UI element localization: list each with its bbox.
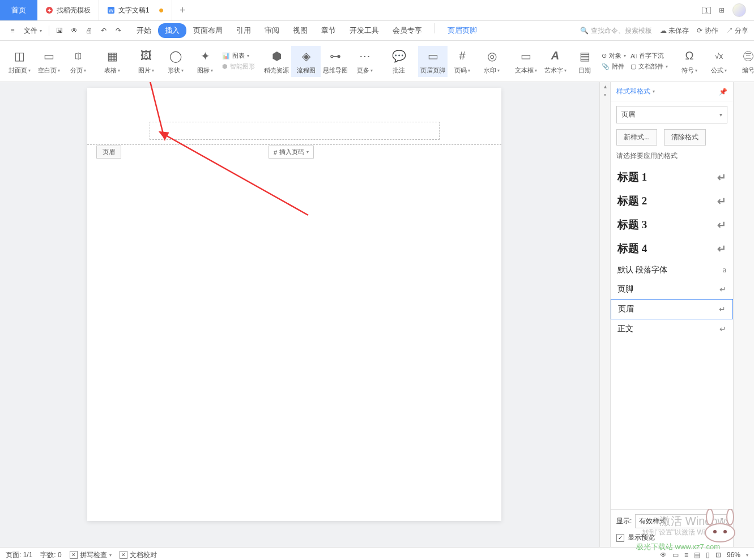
tab-document[interactable]: W 文字文稿1 ● <box>99 0 172 20</box>
style-item[interactable]: 页脚↵ <box>611 280 733 299</box>
ribbon-number[interactable]: ㊂编号 <box>734 46 754 77</box>
ribbon-dropcap[interactable]: Aͤ 首字下沉 <box>631 52 668 60</box>
view-read-icon[interactable]: ▯ <box>706 551 710 559</box>
style-item[interactable]: 页眉↵ <box>611 299 733 319</box>
collab-button[interactable]: ⟳ 协作 <box>697 26 718 36</box>
canvas[interactable]: 页眉 # 插入页码 ▾ ▴ • <box>0 82 610 547</box>
ribbon-wordart[interactable]: A艺术字▾ <box>540 46 570 77</box>
tab-member[interactable]: 会员专享 <box>386 23 429 38</box>
clear-format-button[interactable]: 清除格式 <box>664 129 706 146</box>
return-icon: a <box>723 266 726 275</box>
tab-insert[interactable]: 插入 <box>158 23 186 38</box>
avatar[interactable] <box>732 3 746 17</box>
menu-icon[interactable]: ≡ <box>6 24 19 37</box>
sparkle-icon: ✦ <box>197 48 213 64</box>
ribbon-blank[interactable]: ▭空白页▾ <box>34 46 63 77</box>
vertical-scrollbar[interactable]: ▴ • <box>599 82 610 547</box>
svg-text:W: W <box>109 8 114 14</box>
ribbon-watermark[interactable]: ◎水印▾ <box>477 46 506 77</box>
ribbon-cover[interactable]: ◫封面页▾ <box>5 46 34 77</box>
style-item[interactable]: 标题 1↵ <box>611 165 733 189</box>
unsaved-indicator[interactable]: ☁ 未保存 <box>660 26 689 36</box>
ribbon-object[interactable]: ⊙ 对象 ▾ <box>602 52 626 60</box>
view-web-icon[interactable]: ▤ <box>694 551 700 559</box>
tab-chapter[interactable]: 章节 <box>314 23 343 38</box>
ribbon-more[interactable]: ⋯更多▾ <box>350 46 380 77</box>
ribbon-equation[interactable]: √x公式▾ <box>704 46 734 77</box>
share-icon: ↗ <box>726 27 733 35</box>
file-label: 文件 <box>24 26 37 36</box>
pin-icon[interactable]: 📌 <box>719 88 727 96</box>
view-page-icon[interactable]: ▭ <box>672 551 679 559</box>
show-filter-select[interactable]: 有效样式 ▾ <box>635 514 727 528</box>
zoom-fit-icon[interactable]: ⊡ <box>715 551 721 559</box>
window-mode-icon[interactable]: 1 <box>702 7 711 14</box>
ribbon-date[interactable]: ▤日期 <box>570 46 599 77</box>
svg-text:✦: ✦ <box>47 7 52 14</box>
ribbon-symbol[interactable]: Ω符号▾ <box>675 46 704 77</box>
ribbon-chart[interactable]: 📊 图表 ▾ <box>222 52 255 60</box>
print-icon[interactable]: 🖨 <box>82 24 96 37</box>
ribbon: ◫封面页▾ ▭空白页▾ ⎅分页▾ ▦表格▾ 🖼图片▾ ◯形状▾ ✦图标▾ 📊 图… <box>0 41 754 82</box>
view-outline-icon[interactable]: ≡ <box>684 551 688 559</box>
panel-header[interactable]: 样式和格式 ▾ 📌 <box>611 82 733 101</box>
search-box[interactable]: 🔍 查找命令、搜索模板 <box>580 26 652 36</box>
tab-reference[interactable]: 引用 <box>229 23 258 38</box>
chevron-down-icon: ▾ <box>109 553 112 558</box>
save-icon[interactable]: 🖫 <box>53 24 66 37</box>
ribbon-comment[interactable]: 💬批注 <box>384 46 414 77</box>
ribbon-flowchart[interactable]: ◈流程图 <box>291 46 321 77</box>
status-proof[interactable]: ✕ 文档校对 <box>120 550 157 560</box>
grid-icon[interactable]: ⊞ <box>719 6 725 14</box>
tab-home[interactable]: 首页 <box>0 0 37 20</box>
ribbon-smartart[interactable]: ⬢ 智能图形 <box>222 62 255 71</box>
side-toolbar[interactable] <box>733 82 754 547</box>
new-style-button[interactable]: 新样式... <box>616 129 657 146</box>
document-page[interactable]: 页眉 # 插入页码 ▾ <box>87 88 501 521</box>
zoom-value[interactable]: 96% <box>727 551 740 559</box>
style-item[interactable]: 标题 2↵ <box>611 189 733 213</box>
tab-templates[interactable]: ✦ 找稻壳模板 <box>37 0 99 20</box>
scroll-up-icon[interactable]: ▴ <box>600 82 610 91</box>
eye-icon[interactable]: 👁 <box>660 551 667 559</box>
menubar: ≡ 文件 ▾ 🖫 👁 🖨 ↶ ↷ 开始 插入 页面布局 引用 审阅 视图 章节 … <box>0 21 754 41</box>
status-spellcheck[interactable]: ✕ 拼写检查 ▾ <box>70 550 112 560</box>
ribbon-docparts[interactable]: ▢ 文档部件 ▾ <box>631 62 668 71</box>
resource-icon: ⬢ <box>269 48 284 64</box>
ribbon-headerfooter[interactable]: ▭页眉页脚 <box>418 46 448 77</box>
status-page[interactable]: 页面: 1/1 <box>6 550 32 560</box>
style-item-label: 正文 <box>617 324 633 334</box>
tab-add[interactable]: + <box>172 0 193 20</box>
ribbon-textbox[interactable]: ▭文本框▾ <box>511 46 540 77</box>
style-item[interactable]: 标题 4↵ <box>611 237 733 260</box>
ribbon-attachment[interactable]: 📎 附件 <box>602 62 626 71</box>
ribbon-resource[interactable]: ⬢稻壳资源 <box>262 46 291 77</box>
preview-checkbox[interactable]: ✓ <box>616 534 624 542</box>
style-item[interactable]: 默认 段落字体a <box>611 260 733 280</box>
ribbon-icon-btn[interactable]: ✦图标▾ <box>190 46 220 77</box>
share-button[interactable]: ↗ 分享 <box>726 26 748 36</box>
flowchart-icon: ◈ <box>298 48 314 64</box>
tab-layout[interactable]: 页面布局 <box>186 23 229 38</box>
tab-start[interactable]: 开始 <box>130 23 158 38</box>
ribbon-table[interactable]: ▦表格▾ <box>97 46 127 77</box>
return-icon: ↵ <box>719 324 726 334</box>
tab-review[interactable]: 审阅 <box>258 23 286 38</box>
ribbon-pagenum[interactable]: #页码▾ <box>448 46 477 77</box>
tab-headerfooter[interactable]: 页眉页脚 <box>441 23 484 38</box>
file-menu[interactable]: 文件 ▾ <box>20 26 45 36</box>
ribbon-mindmap[interactable]: ⊶思维导图 <box>321 46 350 77</box>
redo-icon[interactable]: ↷ <box>112 24 125 37</box>
tab-devtools[interactable]: 开发工具 <box>343 23 386 38</box>
status-words[interactable]: 字数: 0 <box>40 550 61 560</box>
ribbon-pagebreak[interactable]: ⎅分页▾ <box>63 46 93 77</box>
tab-view[interactable]: 视图 <box>286 23 314 38</box>
print-preview-icon[interactable]: 👁 <box>67 24 81 37</box>
current-style-select[interactable]: 页眉 ▾ <box>616 106 727 123</box>
style-item[interactable]: 标题 3↵ <box>611 213 733 237</box>
date-icon: ▤ <box>577 48 593 64</box>
ribbon-image[interactable]: 🖼图片▾ <box>131 46 161 77</box>
ribbon-shape[interactable]: ◯形状▾ <box>161 46 190 77</box>
undo-icon[interactable]: ↶ <box>97 24 110 37</box>
style-item[interactable]: 正文↵ <box>611 319 733 339</box>
